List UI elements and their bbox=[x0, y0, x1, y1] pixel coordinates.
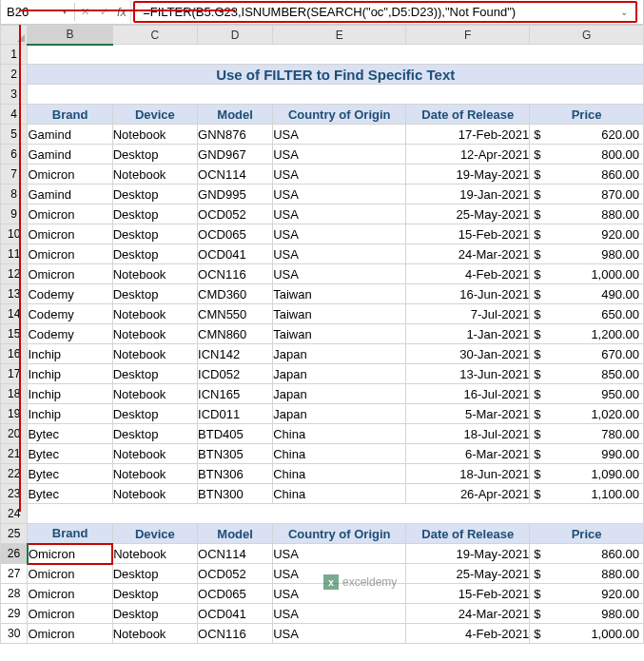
select-all-button[interactable] bbox=[1, 26, 28, 45]
cell-device[interactable]: Desktop bbox=[112, 364, 197, 384]
cell-model[interactable]: CMN860 bbox=[198, 324, 273, 344]
cell-brand[interactable]: Bytec bbox=[28, 444, 112, 464]
cell-brand[interactable]: Omicron bbox=[28, 165, 112, 185]
row-4[interactable]: 4 Brand Device Model Country of Origin D… bbox=[1, 105, 644, 125]
cell-device[interactable]: Desktop bbox=[112, 185, 197, 204]
cell-date[interactable]: 4-Feb-2021 bbox=[406, 624, 530, 644]
cell-date[interactable]: 12-Apr-2021 bbox=[406, 145, 530, 165]
spill-row[interactable]: 28 Omicron Desktop OCD065 USA 15-Feb-202… bbox=[1, 584, 644, 604]
table-row[interactable]: 20 Bytec Desktop BTD405 China 18-Jul-202… bbox=[1, 424, 644, 444]
cell-price[interactable]: $860.00 bbox=[530, 544, 644, 564]
table-row[interactable]: 21 Bytec Notebook BTN305 China 6-Mar-202… bbox=[1, 444, 644, 464]
cancel-icon[interactable]: ✕ bbox=[75, 1, 94, 24]
col-header-B[interactable]: B bbox=[28, 26, 112, 45]
cell-device[interactable]: Notebook bbox=[112, 304, 197, 324]
row-1[interactable]: 1 bbox=[1, 45, 644, 65]
cell-brand[interactable]: Omicron bbox=[28, 584, 112, 604]
cell-model[interactable]: BTN305 bbox=[198, 444, 273, 464]
cell-country[interactable]: Japan bbox=[273, 404, 406, 424]
cell-country[interactable]: Taiwan bbox=[273, 324, 406, 344]
cell-date[interactable]: 26-Apr-2021 bbox=[406, 484, 530, 504]
cell-model[interactable]: ICN142 bbox=[198, 344, 273, 364]
row-24[interactable]: 24 bbox=[1, 504, 644, 524]
cell-model[interactable]: OCD041 bbox=[198, 244, 273, 264]
cell-price[interactable]: $860.00 bbox=[530, 165, 644, 185]
table-row[interactable]: 11 Omicron Desktop OCD041 USA 24-Mar-202… bbox=[1, 244, 644, 264]
cell-price[interactable]: $490.00 bbox=[530, 284, 644, 304]
enter-icon[interactable]: ✓ bbox=[94, 1, 113, 24]
cell-device[interactable]: Desktop bbox=[112, 424, 197, 444]
cell-date[interactable]: 19-May-2021 bbox=[406, 165, 530, 185]
table-row[interactable]: 22 Bytec Notebook BTN306 China 18-Jun-20… bbox=[1, 464, 644, 484]
spill-row[interactable]: 30 Omicron Notebook OCN116 USA 4-Feb-202… bbox=[1, 624, 644, 644]
cell-date[interactable]: 1-Jan-2021 bbox=[406, 324, 530, 344]
cell-price[interactable]: $670.00 bbox=[530, 344, 644, 364]
cell-price[interactable]: $880.00 bbox=[530, 204, 644, 224]
cell-date[interactable]: 25-May-2021 bbox=[406, 564, 530, 584]
cell-device[interactable]: Desktop bbox=[112, 284, 197, 304]
table-row[interactable]: 23 Bytec Notebook BTN300 China 26-Apr-20… bbox=[1, 484, 644, 504]
cell-device[interactable]: Desktop bbox=[112, 584, 197, 604]
cell-model[interactable]: OCD052 bbox=[198, 564, 273, 584]
cell-country[interactable]: Japan bbox=[273, 364, 406, 384]
cell-brand[interactable]: Inchip bbox=[28, 364, 112, 384]
cell-date[interactable]: 30-Jan-2021 bbox=[406, 344, 530, 364]
cell-device[interactable]: Notebook bbox=[112, 125, 197, 145]
table-row[interactable]: 6 Gamind Desktop GND967 USA 12-Apr-2021 … bbox=[1, 145, 644, 165]
table-row[interactable]: 19 Inchip Desktop ICD011 Japan 5-Mar-202… bbox=[1, 404, 644, 424]
cell-model[interactable]: BTN300 bbox=[198, 484, 273, 504]
cell-country[interactable]: USA bbox=[273, 165, 406, 185]
cell-price[interactable]: $1,100.00 bbox=[530, 484, 644, 504]
cell-model[interactable]: OCD052 bbox=[198, 204, 273, 224]
cell-date[interactable]: 18-Jun-2021 bbox=[406, 464, 530, 484]
cell-model[interactable]: OCN116 bbox=[198, 624, 273, 644]
cell-device[interactable]: Notebook bbox=[112, 484, 197, 504]
cell-model[interactable]: OCD065 bbox=[198, 224, 273, 244]
cell-price[interactable]: $920.00 bbox=[530, 224, 644, 244]
cell-device[interactable]: Notebook bbox=[112, 264, 197, 284]
cell-brand[interactable]: Omicron bbox=[28, 224, 112, 244]
cell-date[interactable]: 15-Feb-2021 bbox=[406, 224, 530, 244]
cell-device[interactable]: Desktop bbox=[112, 145, 197, 165]
formula-expand-icon[interactable]: ⌄ bbox=[620, 7, 628, 17]
cell-date[interactable]: 5-Mar-2021 bbox=[406, 404, 530, 424]
cell-brand[interactable]: Omicron bbox=[28, 244, 112, 264]
row-2[interactable]: 2Use of FILTER to Find Specific Text bbox=[1, 65, 644, 85]
table-row[interactable]: 12 Omicron Notebook OCN116 USA 4-Feb-202… bbox=[1, 264, 644, 284]
spill-row[interactable]: 29 Omicron Desktop OCD041 USA 24-Mar-202… bbox=[1, 604, 644, 624]
cell-device[interactable]: Notebook bbox=[112, 165, 197, 185]
cell-date[interactable]: 18-Jul-2021 bbox=[406, 424, 530, 444]
fx-icon[interactable]: fx bbox=[113, 5, 130, 19]
cell-country[interactable]: China bbox=[273, 424, 406, 444]
cell-model[interactable]: BTN306 bbox=[198, 464, 273, 484]
cell-model[interactable]: OCN114 bbox=[198, 544, 273, 564]
table-row[interactable]: 13 Codemy Desktop CMD360 Taiwan 16-Jun-2… bbox=[1, 284, 644, 304]
cell-price[interactable]: $780.00 bbox=[530, 424, 644, 444]
cell-model[interactable]: GNN876 bbox=[198, 125, 273, 145]
cell-price[interactable]: $800.00 bbox=[530, 145, 644, 165]
cell-brand[interactable]: Gamind bbox=[28, 125, 112, 145]
cell-brand[interactable]: Bytec bbox=[28, 464, 112, 484]
cell-date[interactable]: 25-May-2021 bbox=[406, 204, 530, 224]
name-box[interactable]: B26 ▼ bbox=[1, 3, 75, 21]
formula-input[interactable]: =FILTER(B5:G23,ISNUMBER(SEARCH("oc",D5:D… bbox=[133, 1, 637, 23]
table-row[interactable]: 14 Codemy Notebook CMN550 Taiwan 7-Jul-2… bbox=[1, 304, 644, 324]
cell-model[interactable]: CMN550 bbox=[198, 304, 273, 324]
cell-device[interactable]: Notebook bbox=[112, 624, 197, 644]
cell-date[interactable]: 7-Jul-2021 bbox=[406, 304, 530, 324]
cell-date[interactable]: 24-Mar-2021 bbox=[406, 604, 530, 624]
cell-device[interactable]: Notebook bbox=[112, 324, 197, 344]
cell-date[interactable]: 13-Jun-2021 bbox=[406, 364, 530, 384]
cell-model[interactable]: GND995 bbox=[198, 185, 273, 204]
cell-date[interactable]: 16-Jul-2021 bbox=[406, 384, 530, 404]
cell-country[interactable]: USA bbox=[273, 145, 406, 165]
cell-model[interactable]: OCD041 bbox=[198, 604, 273, 624]
cell-brand[interactable]: Omicron bbox=[28, 564, 112, 584]
cell-price[interactable]: $950.00 bbox=[530, 384, 644, 404]
table-row[interactable]: 5 Gamind Notebook GNN876 USA 17-Feb-2021… bbox=[1, 125, 644, 145]
cell-country[interactable]: USA bbox=[273, 185, 406, 204]
cell-brand[interactable]: Omicron bbox=[28, 264, 112, 284]
table-row[interactable]: 15 Codemy Notebook CMN860 Taiwan 1-Jan-2… bbox=[1, 324, 644, 344]
cell-date[interactable]: 6-Mar-2021 bbox=[406, 444, 530, 464]
cell-country[interactable]: Taiwan bbox=[273, 284, 406, 304]
